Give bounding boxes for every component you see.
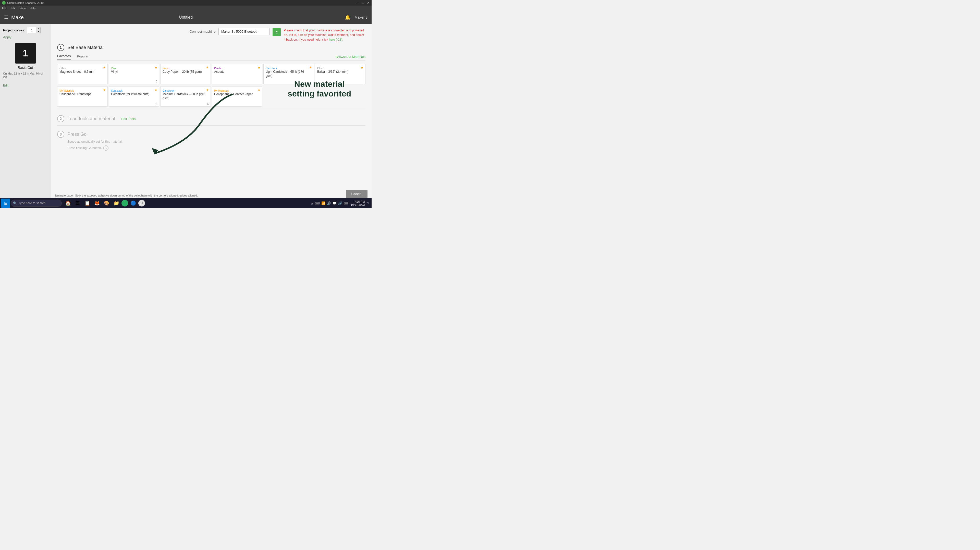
- menu-edit[interactable]: Edit: [11, 6, 16, 10]
- step1-number: 1: [57, 44, 64, 51]
- material-card-plastic[interactable]: Plastic Acetate ★: [212, 64, 262, 84]
- menu-view[interactable]: View: [20, 6, 26, 10]
- material-card-mymaterials-contact[interactable]: My Materials Cellophane + Contact Paper …: [212, 86, 262, 107]
- mat-label: Basic Cut: [3, 65, 48, 70]
- card-star-8[interactable]: ★: [206, 88, 209, 92]
- card-star-3[interactable]: ★: [258, 65, 261, 70]
- taskbar-app-3[interactable]: 📋: [83, 199, 92, 208]
- copies-down-button[interactable]: ▼: [36, 30, 40, 33]
- card-name-6: Cellophane+Transferpa: [59, 92, 105, 97]
- card-star-1[interactable]: ★: [154, 65, 158, 70]
- maximize-button[interactable]: □: [362, 1, 364, 5]
- card-star-7[interactable]: ★: [154, 88, 158, 92]
- card-badge-0: Other: [59, 67, 66, 70]
- tab-favorites[interactable]: Favorites: [57, 54, 71, 59]
- tab-popular[interactable]: Popular: [77, 54, 88, 59]
- error-message: Please check that your machine is connec…: [284, 28, 366, 42]
- apply-button[interactable]: Apply: [3, 35, 11, 39]
- error-link[interactable]: here (-18): [329, 38, 342, 41]
- bell-icon[interactable]: 🔔: [345, 14, 350, 20]
- taskbar-date: 10/27/2022: [351, 203, 365, 206]
- window-controls[interactable]: ─ □ ✕: [357, 1, 369, 5]
- menu-file[interactable]: File: [2, 6, 6, 10]
- card-badge-9: My Materials: [214, 89, 229, 92]
- taskbar-app-8[interactable]: 🔵: [129, 199, 138, 208]
- system-tray-icon-2: ⌨: [315, 201, 320, 205]
- bottom-info: laminate paper. Stick the exposed adhesi…: [51, 193, 341, 198]
- menu-help[interactable]: Help: [30, 6, 35, 10]
- taskbar-apps: 🏠 🖼 📋 🦊 🎨 📁 🔵 C: [63, 199, 145, 208]
- copies-arrows[interactable]: ▲ ▼: [36, 27, 40, 33]
- step3-section: 3 Press Go Speed automatically set for t…: [57, 131, 366, 151]
- card-star-0[interactable]: ★: [103, 65, 106, 70]
- card-star-5[interactable]: ★: [361, 65, 364, 70]
- connect-machine-input[interactable]: [218, 28, 269, 35]
- step2-header: 2 Load tools and material Edit Tools: [57, 115, 366, 122]
- app-logo: [2, 1, 6, 5]
- card-star-4[interactable]: ★: [309, 65, 312, 70]
- material-card-paper[interactable]: Paper Copy Paper – 20 lb (75 gsm) ★: [160, 64, 211, 84]
- card-name-2: Copy Paper – 20 lb (75 gsm): [162, 70, 208, 74]
- taskbar-app-7[interactable]: [121, 200, 128, 207]
- card-badge-4: Cardstock: [266, 67, 277, 70]
- set-base-material-header: 1 Set Base Material: [57, 44, 366, 51]
- card-star-9[interactable]: ★: [258, 88, 261, 92]
- app-header-left: ☰ Make: [4, 14, 24, 21]
- card-star-2[interactable]: ★: [206, 65, 209, 70]
- copies-control[interactable]: ▲ ▼: [27, 27, 41, 33]
- flashing-text: Press flashing Go button.: [67, 146, 102, 150]
- material-card-cardstock-intricate[interactable]: Cardstock Cardstock (for intricate cuts)…: [109, 86, 159, 107]
- hamburger-icon[interactable]: ☰: [4, 14, 8, 20]
- cancel-button[interactable]: Cancel: [346, 190, 368, 198]
- material-card-other-balsa[interactable]: Other Balsa – 3/32" (2.4 mm) ★: [315, 64, 366, 84]
- taskbar-time: 7:25 PM: [351, 200, 365, 203]
- taskbar-app-6[interactable]: 📁: [112, 199, 121, 208]
- card-letter-8: C: [207, 103, 209, 105]
- material-card-cardstock-medium[interactable]: Cardstock Medium Cardstock – 80 lb (216 …: [160, 86, 211, 107]
- card-name-1: Vinyl: [111, 70, 157, 74]
- menu-bar: File Edit View Help: [0, 6, 372, 11]
- play-icon: ▷: [103, 145, 108, 151]
- card-badge-1: Vinyl: [111, 67, 117, 70]
- minimize-button[interactable]: ─: [357, 1, 359, 5]
- taskbar-app-2[interactable]: 🖼: [73, 199, 82, 208]
- refresh-button[interactable]: ↻: [272, 28, 281, 36]
- card-name-7: Cardstock (for intricate cuts): [111, 92, 157, 97]
- app-header-right: 🔔 Maker 3: [345, 14, 368, 20]
- system-tray-icon-3: 📶: [321, 201, 325, 205]
- edit-link[interactable]: Edit: [3, 84, 8, 87]
- taskbar-search-icon: 🔍: [13, 201, 17, 205]
- mat-number: 1: [23, 48, 28, 59]
- card-badge-6: My Materials: [59, 89, 74, 92]
- start-icon: ⊞: [4, 201, 7, 206]
- browse-all-materials-link[interactable]: Browse All Materials: [336, 55, 366, 59]
- mat-preview: 1: [15, 43, 36, 64]
- material-card-cardstock-light[interactable]: Cardstock Light Cardstock – 65 lb (176 g…: [263, 64, 314, 84]
- taskbar-app-1[interactable]: 🏠: [63, 199, 73, 208]
- taskbar-clock: 7:25 PM 10/27/2022: [351, 200, 365, 206]
- edit-tools-link[interactable]: Edit Tools: [121, 117, 135, 121]
- material-card-vinyl[interactable]: Vinyl Vinyl ★ C: [109, 64, 159, 84]
- divider-2: [57, 125, 366, 126]
- project-copies-label: Project copies:: [3, 28, 25, 32]
- system-tray-icon-6: 🔗: [338, 201, 342, 205]
- maker-label: Maker 3: [355, 15, 368, 19]
- copies-up-button[interactable]: ▲: [36, 27, 40, 30]
- taskbar-app-5[interactable]: 🎨: [102, 199, 111, 208]
- step3-header: 3 Press Go: [57, 131, 366, 138]
- app-header: ☰ Make Untitled 🔔 Maker 3: [0, 11, 372, 24]
- taskbar-app-4[interactable]: 🦊: [92, 199, 102, 208]
- taskbar-search-box[interactable]: 🔍 Type here to search: [11, 200, 62, 207]
- step1-title: Set Base Material: [67, 45, 103, 50]
- close-button[interactable]: ✕: [367, 1, 369, 5]
- title-bar: Cricut Design Space v7.20.88 ─ □ ✕: [0, 0, 372, 6]
- copies-input[interactable]: [27, 27, 36, 33]
- taskbar-app-cricut[interactable]: C: [138, 200, 145, 207]
- left-panel: Project copies: ▲ ▼ Apply 1 Basic Cut On…: [0, 24, 51, 198]
- system-tray-icon-7: ⌨: [344, 201, 348, 205]
- start-button[interactable]: ⊞: [1, 199, 10, 208]
- material-card-other-magnetic[interactable]: Other Magnetic Sheet – 0.5 mm ★: [57, 64, 108, 84]
- material-card-mymaterials-cellophane[interactable]: My Materials Cellophane+Transferpa ★: [57, 86, 108, 107]
- material-tabs: Favorites Popular Browse All Materials: [57, 54, 366, 61]
- card-star-6[interactable]: ★: [103, 88, 106, 92]
